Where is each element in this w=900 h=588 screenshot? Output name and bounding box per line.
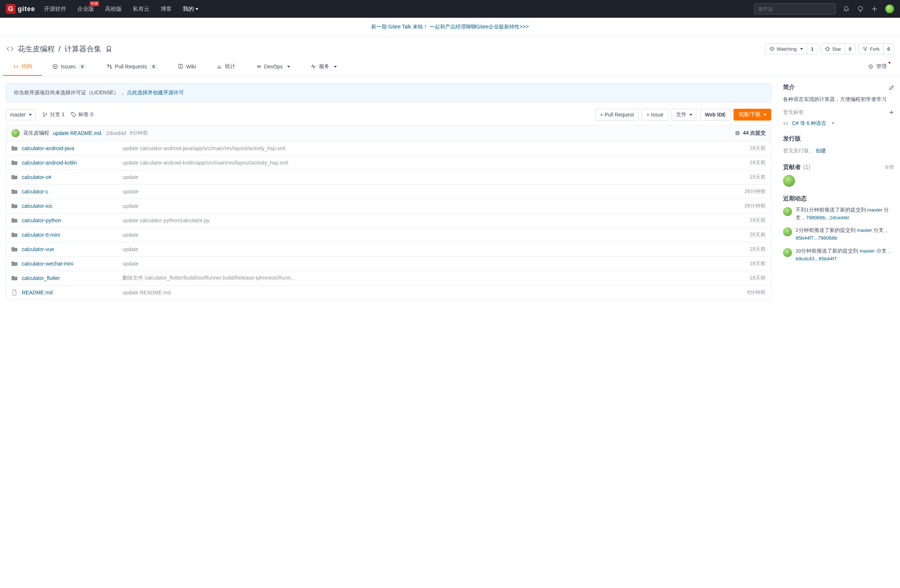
contributors-count: (1) xyxy=(803,164,810,170)
chevron-down-icon xyxy=(334,66,337,68)
file-commit-msg[interactable]: update xyxy=(123,261,732,267)
infinity-icon xyxy=(256,64,261,69)
file-list: calculator-android-java update calculato… xyxy=(6,141,771,300)
activity-branch[interactable]: master xyxy=(860,248,875,254)
file-row: calculator-android-java update calculato… xyxy=(6,141,771,155)
commit-author-avatar[interactable] xyxy=(11,129,20,137)
activity-item: 不到1分钟前推送了新的提交到 master 分支，798068b...2dced… xyxy=(783,206,894,222)
repo-owner[interactable]: 花生皮编程 xyxy=(18,44,55,54)
badge-icon[interactable] xyxy=(105,45,113,53)
nav-mine[interactable]: 我的 xyxy=(183,6,199,12)
star-button[interactable]: Star 0 xyxy=(821,43,856,54)
file-row: calculator-wechat-mini update 18天前 xyxy=(6,256,771,271)
file-commit-msg[interactable]: update xyxy=(123,174,732,180)
branches-text: 分支 1 xyxy=(50,111,65,118)
license-link[interactable]: 点此选择并创建开源许可 xyxy=(127,90,184,95)
file-commit-msg[interactable]: update calculator-android-kotlin/app/src… xyxy=(123,160,732,166)
file-commit-msg[interactable]: update calculator-python/calculator.py. xyxy=(123,217,732,223)
commit-hash[interactable]: 2dced4d xyxy=(106,130,126,136)
file-name-link[interactable]: calculator-c# xyxy=(22,174,118,180)
tab-stats[interactable]: 统计 xyxy=(206,58,246,76)
notification-dot xyxy=(889,62,891,63)
bulb-icon[interactable] xyxy=(857,6,864,12)
file-name-link[interactable]: calculator-python xyxy=(22,217,118,223)
file-name-link[interactable]: calculator-vue xyxy=(22,246,118,252)
tab-issues[interactable]: Issues0 xyxy=(42,58,96,76)
nav-opensource[interactable]: 开源软件 xyxy=(44,6,66,12)
activity-avatar[interactable] xyxy=(783,227,792,236)
file-name-link[interactable]: calculator-ios xyxy=(22,203,118,209)
edit-icon[interactable] xyxy=(889,85,894,90)
avatar[interactable] xyxy=(885,5,894,13)
file-dropdown[interactable]: 文件 xyxy=(671,109,697,121)
activity-avatar[interactable] xyxy=(783,207,792,216)
tab-wiki[interactable]: Wiki xyxy=(168,58,206,76)
file-name-link[interactable]: calculator-android-kotlin xyxy=(22,160,118,166)
tab-pr[interactable]: Pull Requests0 xyxy=(96,58,168,76)
bell-icon[interactable] xyxy=(843,6,850,12)
intro-text: 各种语言实现的计算器，方便编程初学者学习 xyxy=(783,95,894,104)
file-commit-msg[interactable]: update calculator-android-java/app/src/m… xyxy=(123,145,732,151)
file-commit-msg[interactable]: update xyxy=(123,203,732,209)
nav-enterprise[interactable]: 企业版特惠 xyxy=(78,6,94,12)
branch-select[interactable]: master xyxy=(6,109,36,120)
file-commit-msg[interactable]: update xyxy=(123,232,732,238)
file-commit-msg[interactable]: 删除文件 calculator_flutter/build/ios/Runner… xyxy=(123,275,732,282)
tab-manage-label: 管理 xyxy=(876,63,887,70)
contributor-avatar[interactable] xyxy=(783,175,795,187)
repo-name[interactable]: 计算器合集 xyxy=(64,44,101,54)
commits-count[interactable]: 44 次提交 xyxy=(743,130,766,136)
logo[interactable]: G gitee xyxy=(6,4,35,14)
activity-avatar[interactable] xyxy=(783,248,792,257)
activity-branch[interactable]: master xyxy=(857,227,872,233)
commit-author[interactable]: 花生皮编程 xyxy=(23,130,49,136)
tab-devops[interactable]: DevOps xyxy=(246,58,301,76)
activity-hash[interactable]: 85b44f7...798068b xyxy=(796,235,838,241)
branches-link[interactable]: 分支 1 xyxy=(43,111,65,118)
tab-manage[interactable]: 管理 xyxy=(858,58,897,76)
file-name-link[interactable]: calculator_flutter xyxy=(22,275,118,281)
file-commit-msg[interactable]: update README.md. xyxy=(123,289,732,296)
clone-button[interactable]: 克隆/下载 xyxy=(734,109,771,121)
tab-services[interactable]: 服务 xyxy=(301,58,347,76)
navbar: G gitee 开源软件 企业版特惠 高校版 私有云 博客 我的 xyxy=(0,0,900,18)
nav-private[interactable]: 私有云 xyxy=(133,6,149,12)
file-row: README.md update README.md. 6分钟前 xyxy=(6,285,771,300)
activity-text: 不到1分钟前推送了新的提交到 master 分支，798068b...2dced… xyxy=(796,206,894,222)
file-commit-msg[interactable]: update xyxy=(123,246,732,252)
announcement-link[interactable]: 新一期 Gitee Talk 来啦！ 一起和产品经理聊聊Gitee企业版新特性>… xyxy=(371,24,529,29)
book-icon xyxy=(178,64,183,69)
fork-button[interactable]: Fork 0 xyxy=(858,43,894,54)
activity-branch[interactable]: master xyxy=(867,207,882,213)
watch-button[interactable]: Watching 1 xyxy=(765,43,818,54)
plus-icon[interactable] xyxy=(889,110,894,115)
tags-link[interactable]: 标签 0 xyxy=(71,111,93,118)
tab-code[interactable]: 代码 xyxy=(3,58,42,76)
tab-stats-label: 统计 xyxy=(225,63,235,70)
file-time: 26分钟前 xyxy=(736,188,766,195)
contributors-all-link[interactable]: 全部 xyxy=(884,164,894,170)
file-name-link[interactable]: calculator-wechat-mini xyxy=(22,261,118,267)
language-dropdown[interactable]: C# 等 6 种语言 xyxy=(783,120,894,127)
branch-name: master xyxy=(10,112,26,118)
file-name-link[interactable]: README.md xyxy=(22,289,118,296)
search-input[interactable] xyxy=(754,3,836,14)
nav-college[interactable]: 高校版 xyxy=(105,6,122,12)
new-issue-button[interactable]: + Issue xyxy=(642,109,668,121)
plus-icon[interactable] xyxy=(871,6,878,12)
activity-hash[interactable]: b9cdc43...85b44f7 xyxy=(796,256,837,262)
new-pr-button[interactable]: + Pull Request xyxy=(596,109,639,121)
file-name-link[interactable]: calculator-tt-mini xyxy=(22,232,118,238)
no-releases: 暂无发行版， xyxy=(783,147,814,153)
nav-blog[interactable]: 博客 xyxy=(161,6,172,12)
file-commit-msg[interactable]: update xyxy=(123,189,732,195)
create-release-link[interactable]: 创建 xyxy=(816,147,826,153)
webide-button[interactable]: Web IDE xyxy=(700,109,731,121)
language-text: C# 等 6 种语言 xyxy=(792,120,826,127)
commit-message[interactable]: update README.md. xyxy=(53,130,102,136)
activity-hash[interactable]: 798068b...2dced4d xyxy=(806,215,849,220)
file-name-link[interactable]: calculator-c xyxy=(22,189,118,195)
file-name-link[interactable]: calculator-android-java xyxy=(22,145,118,151)
chevron-down-icon xyxy=(287,66,290,68)
releases-title: 发行版 xyxy=(783,135,801,143)
